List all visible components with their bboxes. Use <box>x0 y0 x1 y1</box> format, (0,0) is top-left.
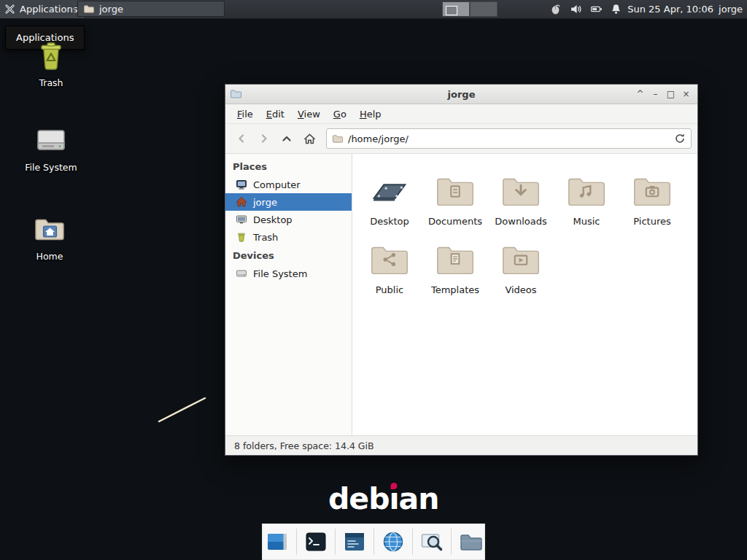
documents-folder-icon <box>433 168 478 214</box>
workspace-pager <box>442 1 498 17</box>
desktop-icon-label: Trash <box>39 77 63 88</box>
file-item-public[interactable]: Public <box>357 237 422 295</box>
sidebar-item-desktop[interactable]: Desktop <box>225 211 352 228</box>
dock-item-file-manager[interactable] <box>457 528 484 556</box>
workspace-window-thumb <box>446 6 457 15</box>
file-manager-window: jorge ^ – □ × File Edit View Go Help <box>225 84 698 456</box>
desktop-icon-label: Home <box>36 251 63 262</box>
up-button[interactable] <box>276 128 297 149</box>
applications-menu-button[interactable]: Applications <box>0 0 85 18</box>
dock-separator <box>296 529 297 555</box>
sidebar-item-label: Trash <box>253 232 278 243</box>
path-text: /home/jorge/ <box>348 133 409 144</box>
debian-logo: debıan <box>328 481 438 516</box>
file-view[interactable]: Desktop Documents <box>352 154 697 435</box>
file-item-pictures[interactable]: Pictures <box>620 168 684 227</box>
file-item-desktop[interactable]: Desktop <box>357 168 422 227</box>
magnifier-icon <box>419 529 444 554</box>
taskbar-window-button[interactable]: jorge <box>77 1 225 17</box>
cursor-trail-line <box>153 394 212 427</box>
panel-user-menu[interactable]: jorge <box>719 0 743 18</box>
toolbar: /home/jorge/ <box>225 124 697 154</box>
file-item-templates[interactable]: Templates <box>423 237 487 295</box>
path-bar[interactable]: /home/jorge/ <box>326 128 692 149</box>
desktop-icon-trash[interactable]: Trash <box>15 38 88 88</box>
dock-panel <box>262 524 485 560</box>
workspace-2[interactable] <box>470 1 498 17</box>
menu-help[interactable]: Help <box>354 106 387 122</box>
sidebar-item-label: jorge <box>253 197 277 208</box>
debian-swirl <box>391 483 398 489</box>
back-button[interactable] <box>231 128 252 149</box>
maximize-button[interactable]: □ <box>664 87 678 101</box>
dock-item-console[interactable] <box>341 528 368 556</box>
sidebar-item-trash[interactable]: Trash <box>225 228 352 246</box>
window-titlebar[interactable]: jorge ^ – □ × <box>225 85 697 104</box>
notification-bell-icon[interactable] <box>610 3 622 15</box>
taskbar-window-icon <box>83 4 94 15</box>
folder-icon <box>458 529 483 554</box>
drive-icon <box>236 268 247 279</box>
dock-separator <box>335 529 336 555</box>
file-item-music[interactable]: Music <box>554 168 619 227</box>
desktop-display-icon <box>236 214 247 225</box>
shade-button[interactable]: ^ <box>633 87 647 101</box>
videos-folder-icon <box>498 237 543 282</box>
sidebar-item-label: File System <box>253 268 307 279</box>
taskbar-window-label: jorge <box>99 4 123 15</box>
dock-item-web-browser[interactable] <box>379 528 407 556</box>
dock-separator <box>451 529 452 555</box>
panel-separator <box>74 2 74 16</box>
sidebar-item-label: Computer <box>253 179 301 190</box>
workspace-1[interactable] <box>442 1 470 17</box>
dock-separator <box>412 529 413 555</box>
console-icon <box>342 529 367 554</box>
dock-separator <box>374 529 374 555</box>
dock-item-terminal[interactable] <box>302 528 330 556</box>
statusbar-text: 8 folders, Free space: 14.4 GiB <box>234 440 374 451</box>
trash-icon <box>34 38 69 73</box>
file-item-videos[interactable]: Videos <box>489 237 553 295</box>
pictures-folder-icon <box>630 168 675 214</box>
menu-file[interactable]: File <box>231 106 259 122</box>
window-folder-icon <box>230 88 241 100</box>
window-title: jorge <box>225 89 697 100</box>
mouse-settings-icon[interactable] <box>549 3 562 15</box>
file-label: Music <box>573 216 600 227</box>
reload-button[interactable] <box>674 133 686 144</box>
path-folder-icon <box>332 133 343 144</box>
dock-item-desktop-settings[interactable] <box>263 528 291 556</box>
home-icon <box>236 196 247 208</box>
statusbar: 8 folders, Free space: 14.4 GiB <box>225 435 697 455</box>
panel-clock[interactable]: Sun 25 Apr, 10:06 <box>627 0 713 18</box>
places-header: Places <box>225 157 352 176</box>
file-label: Templates <box>431 284 479 295</box>
sidebar-item-filesystem[interactable]: File System <box>225 265 352 282</box>
minimize-button[interactable]: – <box>649 87 662 101</box>
top-panel: Applications jorge <box>0 0 747 19</box>
battery-icon[interactable] <box>590 3 603 15</box>
close-button[interactable]: × <box>679 87 693 101</box>
desktop-icon-filesystem[interactable]: File System <box>15 122 88 173</box>
home-button[interactable] <box>299 128 320 149</box>
desktop[interactable]: Applications jorge <box>0 0 747 560</box>
volume-icon[interactable] <box>570 3 582 15</box>
sidebar-item-computer[interactable]: Computer <box>225 176 352 193</box>
debian-logo-text: deb <box>328 481 390 516</box>
file-item-downloads[interactable]: Downloads <box>489 168 553 227</box>
applications-menu-label: Applications <box>20 4 77 15</box>
templates-folder-icon <box>433 237 478 282</box>
sidebar-item-jorge[interactable]: jorge <box>225 193 352 211</box>
menu-view[interactable]: View <box>292 106 326 122</box>
file-item-documents[interactable]: Documents <box>423 168 487 227</box>
forward-button[interactable] <box>254 128 274 149</box>
desktop-icon-home[interactable]: Home <box>13 211 86 262</box>
menu-go[interactable]: Go <box>328 106 352 122</box>
dock-item-app-finder[interactable] <box>418 528 446 556</box>
devices-header: Devices <box>225 246 352 265</box>
menu-edit[interactable]: Edit <box>260 106 290 122</box>
music-folder-icon <box>564 168 609 214</box>
file-label: Documents <box>428 216 482 227</box>
file-label: Pictures <box>633 216 670 227</box>
file-label: Public <box>376 284 403 295</box>
